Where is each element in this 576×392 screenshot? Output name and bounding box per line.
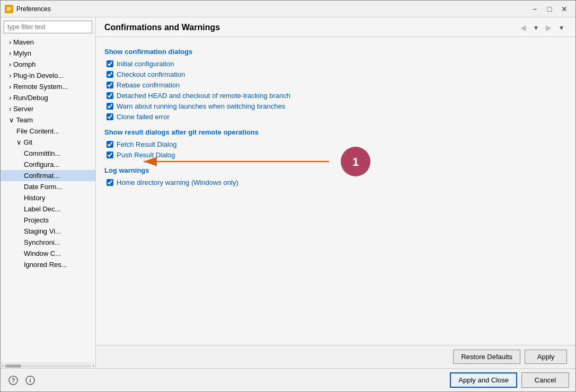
home-dir-warning-label[interactable]: Home directory warning (Windows only) (117, 179, 238, 186)
window-controls: − □ ✕ (528, 4, 571, 14)
checkbox-initial-config: Initial configuration (104, 60, 567, 68)
right-panel: Confirmations and Warnings ◀ ▾ ▶ ▾ Show … (96, 17, 575, 368)
cancel-button[interactable]: Cancel (521, 372, 569, 388)
section1-label: Show confirmation dialogs (104, 48, 567, 56)
main-content: › Maven › Mylyn › Oomph › Plug-in Develo… (1, 17, 575, 368)
apply-close-button[interactable]: Apply and Close (450, 372, 517, 388)
warn-running-label[interactable]: Warn about running launches when switchi… (117, 102, 285, 110)
sidebar-item-maven[interactable]: › Maven (1, 37, 95, 48)
window-title: Preferences (16, 5, 528, 13)
sidebar-item-git[interactable]: ∨ Git (1, 137, 95, 148)
sidebar-item-window-c[interactable]: Window C... (1, 248, 95, 259)
checkbox-detached-head: Detached HEAD and checkout of remote-tra… (104, 92, 567, 100)
sidebar-item-configuration[interactable]: Configura... (1, 159, 95, 170)
maximize-button[interactable]: □ (543, 4, 556, 14)
push-result-label[interactable]: Push Result Dialog (117, 151, 175, 159)
sidebar-item-date-format[interactable]: Date Form... (1, 181, 95, 192)
initial-config-label[interactable]: Initial configuration (117, 60, 174, 68)
nav-back-dropdown-button[interactable]: ▾ (530, 22, 542, 33)
sidebar-item-committing[interactable]: Committin... (1, 148, 95, 159)
nav-forward-dropdown-button[interactable]: ▾ (555, 22, 567, 33)
checkbox-home-dir-warning: Home directory warning (Windows only) (104, 179, 567, 186)
clone-failed-checkbox[interactable] (107, 113, 113, 120)
warn-running-checkbox[interactable] (107, 103, 113, 110)
scroll-thumb (5, 364, 21, 368)
sidebar-item-confirmations[interactable]: Confirmat... (1, 170, 95, 181)
help-button[interactable]: ? (7, 374, 20, 387)
sidebar-item-server[interactable]: › Server (1, 103, 95, 114)
sidebar-item-projects[interactable]: Projects (1, 215, 95, 226)
sidebar-item-oomph[interactable]: › Oomph (1, 59, 95, 70)
svg-text:?: ? (12, 377, 15, 384)
sidebar-item-run-debug[interactable]: › Run/Debug (1, 92, 95, 103)
nav-forward-button[interactable]: ▶ (543, 22, 554, 33)
detached-head-checkbox[interactable] (107, 92, 113, 99)
checkbox-warn-running: Warn about running launches when switchi… (104, 102, 567, 110)
rebase-confirm-checkbox[interactable] (107, 82, 113, 88)
section3-label: Log warnings (104, 166, 567, 174)
checkbox-push-result: Push Result Dialog (104, 151, 567, 159)
nav-back-button[interactable]: ◀ (517, 22, 529, 33)
apply-button[interactable]: Apply (525, 350, 567, 364)
sidebar-item-staging-view[interactable]: Staging Vi... (1, 226, 95, 237)
svg-rect-2 (7, 8, 11, 10)
sidebar-item-team[interactable]: ∨ Team (1, 114, 95, 126)
sidebar-item-ignored-res[interactable]: Ignored Res... (1, 259, 95, 270)
scroll-track (3, 364, 91, 368)
panel-header: Confirmations and Warnings ◀ ▾ ▶ ▾ (96, 17, 575, 37)
initial-config-checkbox[interactable] (107, 60, 113, 67)
checkout-confirm-label[interactable]: Checkout confirmation (117, 70, 185, 78)
push-result-checkbox[interactable] (107, 152, 113, 158)
svg-rect-3 (7, 10, 10, 11)
panel-title: Confirmations and Warnings (104, 23, 220, 32)
sidebar-horizontal-scrollbar[interactable]: ‹ › (1, 363, 95, 368)
footer-bar: ? i Apply and Close Cancel (1, 368, 575, 391)
preferences-window: Preferences − □ ✕ › Maven › Mylyn › Oomp… (0, 0, 576, 392)
scroll-right-arrow[interactable]: › (93, 363, 94, 368)
sidebar-item-remote-sys[interactable]: › Remote System... (1, 81, 95, 92)
sidebar-item-synchronize[interactable]: Synchroni... (1, 237, 95, 248)
checkbox-clone-failed: Clone failed error (104, 113, 567, 121)
sidebar-item-file-content[interactable]: File Content... (1, 126, 95, 137)
sidebar-item-history[interactable]: History (1, 192, 95, 203)
checkbox-rebase-confirm: Rebase confirmation (104, 81, 567, 89)
checkbox-checkout-confirm: Checkout confirmation (104, 70, 567, 78)
minimize-button[interactable]: − (528, 4, 542, 14)
bottom-bar: Restore Defaults Apply (96, 345, 575, 368)
sidebar-item-plugin-dev[interactable]: › Plug-in Develo... (1, 70, 95, 81)
rebase-confirm-label[interactable]: Rebase confirmation (117, 81, 180, 89)
tree-area: › Maven › Mylyn › Oomph › Plug-in Develo… (1, 37, 95, 363)
svg-rect-1 (7, 7, 11, 8)
footer-buttons: Apply and Close Cancel (450, 372, 569, 388)
title-bar: Preferences − □ ✕ (1, 1, 575, 17)
section2-label: Show result dialogs after git remote ope… (104, 128, 567, 136)
svg-text:i: i (29, 377, 31, 384)
close-button[interactable]: ✕ (557, 4, 571, 14)
info-icon: i (25, 376, 35, 385)
help-icon: ? (8, 376, 18, 385)
checkout-confirm-checkbox[interactable] (107, 71, 113, 78)
sidebar-item-label-dec[interactable]: Label Dec... (1, 203, 95, 215)
sidebar-item-mylyn[interactable]: › Mylyn (1, 48, 95, 59)
clone-failed-label[interactable]: Clone failed error (117, 113, 170, 121)
panel-nav-buttons: ◀ ▾ ▶ ▾ (517, 22, 567, 33)
panel-body: Show confirmation dialogs Initial config… (96, 37, 575, 345)
filter-input[interactable] (4, 21, 92, 33)
footer-icons: ? i (7, 374, 37, 387)
home-dir-warning-checkbox[interactable] (107, 179, 113, 186)
checkbox-fetch-result: Fetch Result Dialog (104, 140, 567, 148)
info-button[interactable]: i (24, 374, 37, 387)
fetch-result-checkbox[interactable] (107, 141, 113, 148)
restore-defaults-button[interactable]: Restore Defaults (453, 350, 520, 364)
sidebar: › Maven › Mylyn › Oomph › Plug-in Develo… (1, 17, 96, 368)
app-icon (5, 5, 13, 13)
detached-head-label[interactable]: Detached HEAD and checkout of remote-tra… (117, 92, 290, 100)
fetch-result-label[interactable]: Fetch Result Dialog (117, 140, 176, 148)
